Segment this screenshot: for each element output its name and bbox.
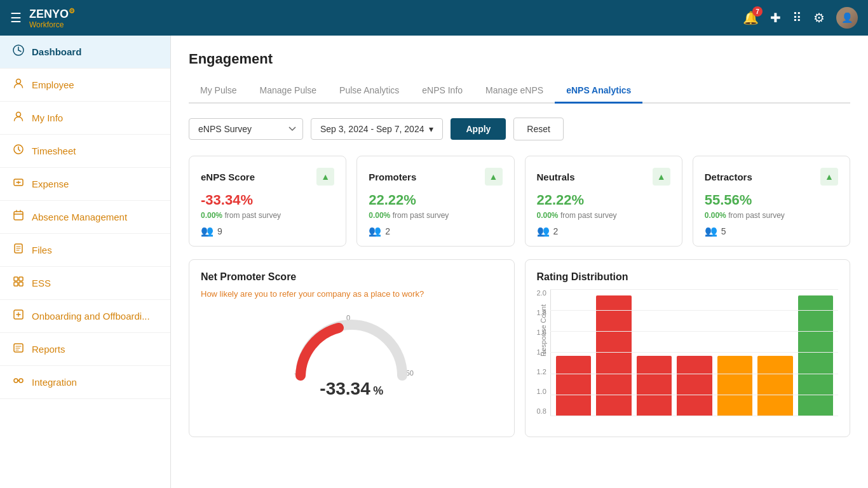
- sidebar-item-expense[interactable]: Expense: [0, 168, 170, 201]
- sidebar-item-files[interactable]: Files: [0, 234, 170, 267]
- logo-name: ZENYO⚙: [29, 8, 75, 20]
- enps-past-pct: 0.00%: [201, 211, 222, 220]
- main-content: Engagement My Pulse Manage Pulse Pulse A…: [171, 36, 868, 488]
- sidebar-item-employee[interactable]: Employee: [0, 69, 170, 102]
- neutrals-count: 2: [553, 226, 559, 236]
- tab-manage-pulse[interactable]: Manage Pulse: [248, 79, 329, 104]
- net-promoter-panel: Net Promoter Score How likely are you to…: [189, 259, 515, 437]
- dashboard-icon: [13, 44, 24, 59]
- svg-point-13: [14, 379, 18, 383]
- promoters-count: 2: [385, 226, 390, 236]
- neutrals-trend-icon: ▲: [653, 168, 670, 186]
- score-card-promoters-title: Promoters: [369, 172, 416, 182]
- bar-7: [798, 295, 833, 416]
- people-icon-promoters: 👥: [369, 225, 381, 237]
- integration-icon: [13, 375, 24, 390]
- bar-5: [717, 356, 752, 416]
- sidebar-item-ess[interactable]: ESS: [0, 267, 170, 300]
- sidebar-item-dashboard-label: Dashboard: [32, 46, 81, 57]
- sidebar-item-ess-label: ESS: [32, 278, 51, 288]
- employee-icon: [13, 78, 24, 92]
- sidebar-item-absence[interactable]: Absence Management: [0, 201, 170, 234]
- logo: ZENYO⚙ Workforce: [29, 7, 75, 29]
- enps-score-count: 👥 9: [201, 225, 334, 237]
- sidebar-item-my-info[interactable]: My Info: [0, 102, 170, 135]
- svg-rect-8: [19, 277, 23, 281]
- my-info-icon: [13, 111, 24, 125]
- nav-right: 🔔 7 ✚ ⠿ ⚙ 👤: [743, 7, 858, 29]
- svg-rect-5: [14, 212, 23, 220]
- score-card-enps-title: eNPS Score: [201, 172, 255, 182]
- svg-rect-7: [14, 277, 18, 281]
- y-label-1: 0.8: [537, 407, 546, 415]
- gauge-value: -33.34: [320, 379, 370, 398]
- chart-wrapper: 2.0 1.8 1.6 1.4 1.2 1.0 0.8: [537, 289, 839, 416]
- detractors-count-row: 👥 5: [705, 225, 838, 237]
- svg-point-14: [19, 379, 23, 383]
- sidebar: Dashboard Employee My Info Timesheet Exp…: [0, 36, 171, 488]
- score-card-enps-header: eNPS Score ▲: [201, 168, 334, 186]
- reset-button[interactable]: Reset: [513, 118, 564, 140]
- settings-icon[interactable]: ⚙: [813, 10, 825, 25]
- sidebar-item-onboarding[interactable]: Onboarding and Offboardi...: [0, 300, 170, 333]
- score-card-detractors-title: Detractors: [705, 172, 752, 182]
- sidebar-item-timesheet[interactable]: Timesheet: [0, 135, 170, 168]
- onboarding-icon: [13, 309, 24, 323]
- score-card-detractors-header: Detractors ▲: [705, 168, 838, 186]
- bars-container: [550, 289, 838, 416]
- sidebar-item-onboarding-label: Onboarding and Offboardi...: [32, 311, 150, 322]
- neutrals-count-row: 👥 2: [537, 225, 670, 237]
- sidebar-item-myinfo-label: My Info: [32, 112, 63, 123]
- apply-button[interactable]: Apply: [451, 118, 506, 140]
- score-card-promoters: Promoters ▲ 22.22% 0.00% from past surve…: [356, 156, 514, 247]
- bar-3: [637, 356, 672, 416]
- sidebar-item-reports-label: Reports: [32, 344, 65, 355]
- enps-score-past: 0.00% from past survey: [201, 211, 334, 220]
- score-card-promoters-header: Promoters ▲: [369, 168, 502, 186]
- enps-count: 9: [217, 226, 222, 236]
- sidebar-item-timesheet-label: Timesheet: [32, 146, 76, 156]
- grid-icon[interactable]: ⠿: [792, 10, 802, 25]
- y-label-2: 1.0: [537, 388, 546, 395]
- y-label-3: 1.2: [537, 368, 546, 376]
- date-range-picker[interactable]: Sep 3, 2024 - Sep 7, 2024 ▾: [311, 118, 443, 140]
- score-card-neutrals-header: Neutrals ▲: [537, 168, 670, 186]
- people-icon-detractors: 👥: [705, 225, 717, 237]
- neutrals-past-text: from past survey: [560, 211, 617, 220]
- sidebar-item-reports[interactable]: Reports: [0, 333, 170, 366]
- tab-manage-enps[interactable]: Manage eNPS: [474, 79, 555, 104]
- notification-button[interactable]: 🔔 7: [743, 10, 759, 25]
- avatar[interactable]: 👤: [836, 7, 858, 29]
- sidebar-item-integration[interactable]: Integration: [0, 366, 170, 399]
- detractors-trend-icon: ▲: [820, 168, 838, 186]
- detractors-count: 5: [721, 226, 726, 236]
- detractors-value: 55.56%: [705, 192, 838, 208]
- sidebar-item-integration-label: Integration: [32, 377, 77, 388]
- tab-pulse-analytics[interactable]: Pulse Analytics: [328, 79, 410, 104]
- expense-icon: [13, 177, 24, 191]
- tab-enps-info[interactable]: eNPS Info: [410, 79, 474, 104]
- nav-left: ☰ ZENYO⚙ Workforce: [10, 7, 75, 29]
- hamburger-icon[interactable]: ☰: [10, 10, 22, 25]
- bar-1: [556, 356, 591, 416]
- promoters-trend-icon: ▲: [485, 168, 503, 186]
- survey-select[interactable]: eNPS Survey: [189, 118, 303, 140]
- detractors-past-text: from past survey: [728, 211, 785, 220]
- ess-icon: [13, 276, 24, 290]
- enps-trend-icon: ▲: [316, 168, 334, 186]
- page-title: Engagement: [189, 51, 850, 67]
- add-icon[interactable]: ✚: [770, 10, 781, 25]
- absence-icon: [13, 210, 24, 224]
- score-card-neutrals-title: Neutrals: [537, 172, 575, 182]
- promoters-count-row: 👥 2: [369, 225, 502, 237]
- promoters-past-text: from past survey: [393, 211, 449, 220]
- score-card-detractors: Detractors ▲ 55.56% 0.00% from past surv…: [693, 156, 850, 247]
- svg-rect-9: [14, 282, 18, 286]
- sidebar-item-dashboard[interactable]: Dashboard: [0, 36, 170, 69]
- calendar-icon: ▾: [429, 124, 433, 134]
- avatar-image: 👤: [836, 7, 858, 29]
- bottom-panels: Net Promoter Score How likely are you to…: [189, 259, 850, 437]
- tab-my-pulse[interactable]: My Pulse: [189, 79, 248, 104]
- files-icon: [13, 243, 24, 257]
- tab-enps-analytics[interactable]: eNPS Analytics: [555, 79, 642, 104]
